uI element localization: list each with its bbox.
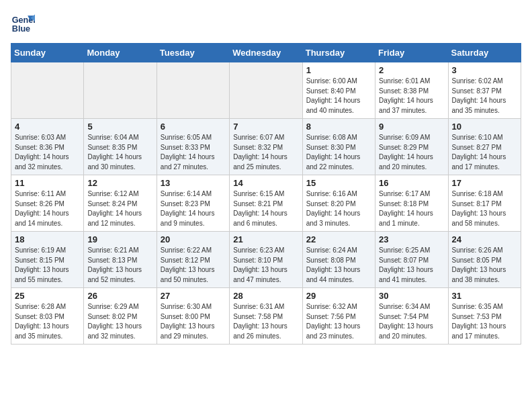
- calendar-cell: 31Sunrise: 6:35 AM Sunset: 7:53 PM Dayli…: [448, 288, 521, 345]
- calendar-header-row: SundayMondayTuesdayWednesdayThursdayFrid…: [11, 44, 521, 62]
- day-info: Sunrise: 6:24 AM Sunset: 8:08 PM Dayligh…: [306, 246, 371, 285]
- day-info: Sunrise: 6:30 AM Sunset: 8:00 PM Dayligh…: [161, 302, 226, 341]
- calendar-week-1: 1Sunrise: 6:00 AM Sunset: 8:40 PM Daylig…: [11, 62, 521, 119]
- day-number: 23: [379, 234, 444, 244]
- calendar-cell: 25Sunrise: 6:28 AM Sunset: 8:03 PM Dayli…: [11, 288, 84, 345]
- calendar-cell: 27Sunrise: 6:30 AM Sunset: 8:00 PM Dayli…: [157, 288, 229, 345]
- day-number: 28: [233, 291, 298, 301]
- day-number: 31: [452, 291, 517, 301]
- day-info: Sunrise: 6:16 AM Sunset: 8:20 PM Dayligh…: [306, 189, 371, 228]
- header-day-wednesday: Wednesday: [230, 44, 302, 62]
- calendar-cell: 21Sunrise: 6:23 AM Sunset: 8:10 PM Dayli…: [230, 232, 302, 288]
- day-info: Sunrise: 6:11 AM Sunset: 8:26 PM Dayligh…: [15, 189, 80, 228]
- day-info: Sunrise: 6:03 AM Sunset: 8:36 PM Dayligh…: [15, 133, 80, 172]
- calendar-cell: 20Sunrise: 6:22 AM Sunset: 8:12 PM Dayli…: [157, 232, 229, 288]
- logo-icon: General Blue: [11, 11, 35, 35]
- day-info: Sunrise: 6:08 AM Sunset: 8:30 PM Dayligh…: [306, 133, 371, 172]
- day-info: Sunrise: 6:17 AM Sunset: 8:18 PM Dayligh…: [379, 189, 444, 228]
- header-day-tuesday: Tuesday: [157, 44, 229, 62]
- day-info: Sunrise: 6:35 AM Sunset: 7:53 PM Dayligh…: [452, 302, 517, 341]
- header-day-thursday: Thursday: [302, 44, 375, 62]
- header-day-monday: Monday: [84, 44, 157, 62]
- calendar-week-4: 18Sunrise: 6:19 AM Sunset: 8:15 PM Dayli…: [11, 232, 521, 288]
- day-number: 25: [15, 291, 80, 301]
- day-info: Sunrise: 6:18 AM Sunset: 8:17 PM Dayligh…: [452, 189, 517, 228]
- day-number: 19: [87, 234, 152, 244]
- day-number: 7: [233, 122, 298, 132]
- calendar-cell: 18Sunrise: 6:19 AM Sunset: 8:15 PM Dayli…: [11, 232, 84, 288]
- calendar-cell: 13Sunrise: 6:14 AM Sunset: 8:23 PM Dayli…: [157, 175, 229, 232]
- day-number: 21: [233, 234, 298, 244]
- day-info: Sunrise: 6:23 AM Sunset: 8:10 PM Dayligh…: [233, 246, 298, 285]
- day-number: 8: [306, 122, 371, 132]
- day-number: 16: [379, 178, 444, 188]
- calendar-week-5: 25Sunrise: 6:28 AM Sunset: 8:03 PM Dayli…: [11, 288, 521, 345]
- day-info: Sunrise: 6:09 AM Sunset: 8:29 PM Dayligh…: [379, 133, 444, 172]
- day-info: Sunrise: 6:07 AM Sunset: 8:32 PM Dayligh…: [233, 133, 298, 172]
- calendar-cell: 12Sunrise: 6:12 AM Sunset: 8:24 PM Dayli…: [84, 175, 157, 232]
- day-info: Sunrise: 6:31 AM Sunset: 7:58 PM Dayligh…: [233, 302, 298, 341]
- header-day-saturday: Saturday: [448, 44, 521, 62]
- day-number: 9: [379, 122, 444, 132]
- header-day-sunday: Sunday: [11, 44, 84, 62]
- calendar-cell: 17Sunrise: 6:18 AM Sunset: 8:17 PM Dayli…: [448, 175, 521, 232]
- calendar-cell: 2Sunrise: 6:01 AM Sunset: 8:38 PM Daylig…: [375, 62, 448, 119]
- calendar-cell: [84, 62, 157, 119]
- day-number: 24: [452, 234, 517, 244]
- day-info: Sunrise: 6:01 AM Sunset: 8:38 PM Dayligh…: [379, 77, 444, 116]
- calendar-cell: 11Sunrise: 6:11 AM Sunset: 8:26 PM Dayli…: [11, 175, 84, 232]
- day-number: 30: [379, 291, 444, 301]
- calendar-cell: [230, 62, 302, 119]
- day-info: Sunrise: 6:25 AM Sunset: 8:07 PM Dayligh…: [379, 246, 444, 285]
- calendar-cell: 6Sunrise: 6:05 AM Sunset: 8:33 PM Daylig…: [157, 119, 229, 175]
- calendar-cell: 14Sunrise: 6:15 AM Sunset: 8:21 PM Dayli…: [230, 175, 302, 232]
- day-number: 29: [306, 291, 371, 301]
- day-number: 2: [379, 65, 444, 75]
- calendar-cell: 16Sunrise: 6:17 AM Sunset: 8:18 PM Dayli…: [375, 175, 448, 232]
- day-number: 15: [306, 178, 371, 188]
- calendar-cell: 9Sunrise: 6:09 AM Sunset: 8:29 PM Daylig…: [375, 119, 448, 175]
- day-number: 3: [452, 65, 517, 75]
- day-info: Sunrise: 6:29 AM Sunset: 8:02 PM Dayligh…: [87, 302, 152, 341]
- day-info: Sunrise: 6:32 AM Sunset: 7:56 PM Dayligh…: [306, 302, 371, 341]
- day-info: Sunrise: 6:22 AM Sunset: 8:12 PM Dayligh…: [161, 246, 226, 285]
- day-number: 5: [87, 122, 152, 132]
- calendar-cell: [157, 62, 229, 119]
- day-info: Sunrise: 6:15 AM Sunset: 8:21 PM Dayligh…: [233, 189, 298, 228]
- day-info: Sunrise: 6:19 AM Sunset: 8:15 PM Dayligh…: [15, 246, 80, 285]
- calendar-cell: 7Sunrise: 6:07 AM Sunset: 8:32 PM Daylig…: [230, 119, 302, 175]
- day-number: 6: [161, 122, 226, 132]
- header-day-friday: Friday: [375, 44, 448, 62]
- day-info: Sunrise: 6:12 AM Sunset: 8:24 PM Dayligh…: [87, 189, 152, 228]
- day-number: 11: [15, 178, 80, 188]
- day-number: 1: [306, 65, 371, 75]
- calendar-cell: 3Sunrise: 6:02 AM Sunset: 8:37 PM Daylig…: [448, 62, 521, 119]
- calendar-cell: 19Sunrise: 6:21 AM Sunset: 8:13 PM Dayli…: [84, 232, 157, 288]
- calendar-week-2: 4Sunrise: 6:03 AM Sunset: 8:36 PM Daylig…: [11, 119, 521, 175]
- calendar-cell: 4Sunrise: 6:03 AM Sunset: 8:36 PM Daylig…: [11, 119, 84, 175]
- day-number: 4: [15, 122, 80, 132]
- day-number: 18: [15, 234, 80, 244]
- day-info: Sunrise: 6:00 AM Sunset: 8:40 PM Dayligh…: [306, 77, 371, 116]
- day-info: Sunrise: 6:02 AM Sunset: 8:37 PM Dayligh…: [452, 77, 517, 116]
- calendar-cell: 23Sunrise: 6:25 AM Sunset: 8:07 PM Dayli…: [375, 232, 448, 288]
- calendar-cell: 22Sunrise: 6:24 AM Sunset: 8:08 PM Dayli…: [302, 232, 375, 288]
- day-info: Sunrise: 6:05 AM Sunset: 8:33 PM Dayligh…: [161, 133, 226, 172]
- day-info: Sunrise: 6:10 AM Sunset: 8:27 PM Dayligh…: [452, 133, 517, 172]
- day-number: 10: [452, 122, 517, 132]
- calendar-cell: 15Sunrise: 6:16 AM Sunset: 8:20 PM Dayli…: [302, 175, 375, 232]
- day-number: 14: [233, 178, 298, 188]
- calendar-cell: 28Sunrise: 6:31 AM Sunset: 7:58 PM Dayli…: [230, 288, 302, 345]
- day-number: 27: [161, 291, 226, 301]
- calendar-cell: 30Sunrise: 6:34 AM Sunset: 7:54 PM Dayli…: [375, 288, 448, 345]
- day-info: Sunrise: 6:04 AM Sunset: 8:35 PM Dayligh…: [87, 133, 152, 172]
- calendar-cell: 26Sunrise: 6:29 AM Sunset: 8:02 PM Dayli…: [84, 288, 157, 345]
- day-number: 13: [161, 178, 226, 188]
- day-number: 20: [161, 234, 226, 244]
- logo: General Blue: [11, 11, 38, 35]
- day-info: Sunrise: 6:34 AM Sunset: 7:54 PM Dayligh…: [379, 302, 444, 341]
- calendar-cell: [11, 62, 84, 119]
- header: General Blue: [11, 11, 521, 35]
- calendar-week-3: 11Sunrise: 6:11 AM Sunset: 8:26 PM Dayli…: [11, 175, 521, 232]
- day-info: Sunrise: 6:14 AM Sunset: 8:23 PM Dayligh…: [161, 189, 226, 228]
